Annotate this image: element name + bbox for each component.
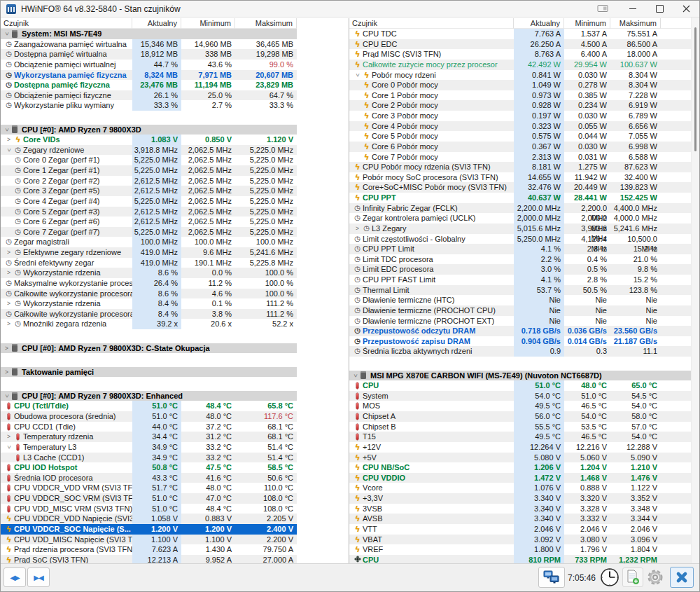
sensor-row[interactable]: ϟCore 7 Pobór mocy2.313 W0.031 W6.588 W: [349, 152, 692, 163]
close-sensors-button[interactable]: [670, 567, 694, 588]
sensor-row[interactable]: CPU IOD Hotspot50.8 °C47.5 °C58.5 °C: [1, 462, 297, 473]
sensor-row[interactable]: ϟPrąd MISC (SVI3 TFN)8.763 A6.400 A18.00…: [349, 49, 692, 60]
column-header-sensor[interactable]: Czujnik: [349, 18, 514, 29]
sensor-row[interactable]: ◷Obciążenie pamięci fizyczne26.1 %25.0 %…: [1, 90, 297, 101]
sensor-row[interactable]: ◷Zegar kontrolera pamięci (UCLK)2,000.0 …: [349, 213, 692, 223]
sensor-row[interactable]: ◷Całkowite wykorzystanie procesora8.4 %3…: [1, 309, 297, 319]
chevron-right-icon[interactable]: >: [4, 432, 13, 442]
sensor-row[interactable]: ◷Dławienie termiczne (PROCHOT CPU)NieNie…: [349, 305, 692, 316]
sensor-row[interactable]: ϟPrąd rdzenia procesora (SVI3 TFN)7.623 …: [1, 544, 297, 555]
sensor-row[interactable]: >◷Efektywne zegary rdzeniowe419.0 MHz9.6…: [1, 247, 297, 258]
sensor-row[interactable]: >◷Mnożniki zegara rdzenia39.2 x20.6 x52.…: [1, 319, 297, 329]
sensor-row[interactable]: ◷Dostępna pamięć fizyczna23,476 MB11,194…: [1, 80, 297, 90]
analog-clock-icon[interactable]: [600, 567, 620, 587]
sensor-row[interactable]: >ϟCore VIDs1.083 V0.850 V1.120 V: [1, 135, 297, 145]
sensor-row[interactable]: ◷Limit TDC procesora2.2 %0.4 %21.0 %: [349, 254, 692, 265]
sensor-row[interactable]: System54.0 °C51.0 °C54.5 °C: [349, 391, 692, 401]
sensor-row[interactable]: >◷Wykorzystanie rdzenia8.6 %0.0 %100.0 %: [1, 268, 297, 278]
chevron-right-icon[interactable]: >: [353, 223, 362, 234]
sensor-row[interactable]: ◷CPU PPT FAST Limit4.1 %2.8 %15.2 %: [349, 275, 692, 285]
collapse-columns-button[interactable]: ▶◀: [27, 567, 50, 587]
chevron-right-icon[interactable]: >: [4, 319, 13, 329]
sensor-row[interactable]: ◷Limit EDC procesora3.0 %0.5 %9.8 %: [349, 264, 692, 275]
column-header-current[interactable]: Aktualny: [514, 18, 564, 29]
sensor-row[interactable]: ◷Przepustowość odczytu DRAM0.718 GB/s0.0…: [349, 326, 692, 336]
sensor-row[interactable]: ◷Core 0 Zegar (perf #1)5,225.0 MHz2,062.…: [1, 155, 297, 165]
chevron-down-icon[interactable]: >: [1, 392, 12, 401]
sensor-row[interactable]: ϟ+5V5.080 V5.060 V5.090 V: [349, 453, 692, 463]
sensor-row[interactable]: ϟCPU VDDCR_SOC Napięcie (S...1.200 V1.20…: [1, 524, 297, 535]
section-header[interactable]: >System: MSI MS-7E49: [1, 29, 297, 39]
sensor-row[interactable]: ϟPobór mocy SoC procesora (SVI3 TFN)14.6…: [349, 172, 692, 183]
column-header-max[interactable]: Maksimum: [235, 18, 297, 29]
sensor-row[interactable]: ϟCPU NB/SoC1.206 V1.204 V1.210 V: [349, 462, 692, 473]
sensor-row[interactable]: ϟCPU EDC26.250 A4.500 A86.500 A: [349, 39, 692, 50]
sensor-row[interactable]: CPU51.0 °C48.0 °C65.0 °C: [349, 380, 692, 391]
sensor-row[interactable]: ϟCPU Pobór mocy rdzenia (SVI3 TFN)8.181 …: [349, 162, 692, 172]
window-layout-icon[interactable]: [593, 1, 612, 16]
remote-monitoring-button[interactable]: [538, 567, 565, 588]
sensor-row[interactable]: ϟCPU VDD_MISC Napięcie (SVI3 T...1.100 V…: [1, 535, 297, 545]
sensor-row[interactable]: ◷Zaangażowana pamięć wirtualna15,346 MB1…: [1, 39, 297, 50]
sensor-row[interactable]: ϟ+3,3V3.340 V3.320 V3.352 V: [349, 493, 692, 504]
sensor-row[interactable]: >Temperatury L334.9 °C33.2 °C51.4 °C: [1, 442, 297, 453]
sensor-row[interactable]: CPU (Tctl/Tdie)51.0 °C48.4 °C65.8 °C: [1, 401, 297, 411]
chevron-right-icon[interactable]: >: [4, 135, 13, 145]
sensor-row[interactable]: ◷CPU PPT Limit4.1 %2.8 %15.2 %: [349, 244, 692, 254]
sensor-row[interactable]: ◷Wykorzystana pamięć fizyczna8,324 MB7,9…: [1, 70, 297, 81]
chevron-down-icon[interactable]: >: [4, 443, 14, 452]
chevron-down-icon[interactable]: >: [1, 29, 12, 39]
sensor-row[interactable]: ϟCPU TDC7.763 A1.537 A75.551 A: [349, 29, 692, 39]
column-header-min[interactable]: Minimum: [181, 18, 235, 29]
chevron-right-icon[interactable]: >: [2, 343, 11, 354]
sensor-row[interactable]: ϟ+12V12.264 V12.216 V12.288 V: [349, 442, 692, 453]
sensor-row[interactable]: ◷Infinity Fabric Zegar (FCLK)2,200.0 MHz…: [349, 203, 692, 214]
sensor-row[interactable]: ◷Dostępna pamięć wirtualna18,912 MB338 M…: [1, 49, 297, 60]
sensor-row[interactable]: >Temperatury rdzenia34.4 °C31.2 °C68.1 °…: [1, 432, 297, 442]
chevron-right-icon[interactable]: >: [4, 268, 13, 278]
sensor-row[interactable]: ϟCore 4 Pobór mocy0.323 W0.055 W6.656 W: [349, 121, 692, 132]
sensor-row[interactable]: >◷Wykorzystanie rdzenia8.4 %0.1 %111.2 %: [1, 298, 297, 309]
section-header[interactable]: >CPU [#0]: AMD Ryzen 7 9800X3D: [1, 125, 297, 135]
sensor-row[interactable]: ◷Zegar magistrali100.0 MHz100.0 MHz100.0…: [1, 237, 297, 247]
start-logging-button[interactable]: [622, 567, 643, 587]
chevron-right-icon[interactable]: >: [4, 247, 13, 258]
sensor-row[interactable]: ◷Core 5 Zegar (perf #3)2,612.5 MHz2,062.…: [1, 207, 297, 217]
chevron-right-icon[interactable]: >: [4, 298, 13, 309]
chevron-down-icon[interactable]: >: [350, 371, 360, 380]
sensor-row[interactable]: ϟVBAT3.092 V3.080 V3.096 V: [349, 535, 692, 545]
settings-gear-icon[interactable]: [646, 568, 664, 586]
sensor-row[interactable]: ϟCore 6 Pobór mocy0.367 W0.030 W6.998 W: [349, 142, 692, 152]
section-header[interactable]: >CPU [#0]: AMD Ryzen 7 9800X3D: Enhanced: [1, 391, 297, 401]
column-header-min[interactable]: Minimum: [564, 18, 610, 29]
sensor-row[interactable]: ◷Średni efektywny zegar419.0 MHz190.1 MH…: [1, 258, 297, 268]
sensor-row[interactable]: ◷Core 4 Zegar (perf #4)5,225.0 MHz2,062.…: [1, 196, 297, 207]
sensor-row[interactable]: ϟCPU PPT40.637 W28.441 W152.425 W: [349, 193, 692, 203]
sensor-row[interactable]: ϟVcore1.076 V0.888 V1.122 V: [349, 483, 692, 493]
sensor-row[interactable]: ◷Całkowite wykorzystanie procesora8.6 %4…: [1, 289, 297, 299]
sensor-row[interactable]: ϟCore 1 Pobór mocy0.973 W0.385 W7.228 W: [349, 90, 692, 101]
sensor-row[interactable]: ◷Core 2 Zegar (perf #2)2,612.5 MHz2,062.…: [1, 176, 297, 186]
sensor-row[interactable]: ϟVTT2.046 V2.046 V2.046 V: [349, 524, 692, 535]
sensor-row[interactable]: CPU VDDCR_VDD VRM (SVI3 TFN)51.7 °C48.0 …: [1, 483, 297, 493]
sensor-row[interactable]: ◷Core 1 Zegar (perf #1)5,225.0 MHz2,062.…: [1, 165, 297, 176]
sensor-row[interactable]: ϟ3VSB3.340 V3.328 V3.348 V: [349, 504, 692, 514]
sensor-row[interactable]: ϟCore 2 Pobór mocy0.928 W0.234 W6.919 W: [349, 100, 692, 111]
sensor-row[interactable]: ◷Dławienie termiczne (HTC)NieNieNie: [349, 295, 692, 305]
scrollbar-thumb[interactable]: [694, 27, 696, 151]
section-header[interactable]: >CPU [#0]: AMD Ryzen 7 9800X3D: C-State …: [1, 343, 297, 354]
sensor-row[interactable]: ϟCore+SoC+MISC Pobór mocy (SVI3 TFN)32.4…: [349, 182, 692, 193]
column-header-sensor[interactable]: Czujnik: [1, 18, 132, 29]
sensor-row[interactable]: ◷Średnia liczba aktywnych rdzeni0.90.311…: [349, 346, 692, 357]
maximize-button[interactable]: [646, 1, 673, 16]
sensor-row[interactable]: ◷Thermal Limit53.7 %50.5 %123.8 %: [349, 285, 692, 296]
sensor-row[interactable]: >◷Zegary rdzeniowe3,918.8 MHz2,062.5 MHz…: [1, 145, 297, 156]
sensor-row[interactable]: ϟCore 3 Pobór mocy0.197 W0.030 W6.789 W: [349, 111, 692, 121]
sensor-row[interactable]: ◷Limit częstotliwości - Globalny5,250.0 …: [349, 234, 692, 245]
section-header[interactable]: >MSI MPG X870E CARBON WIFI (MS-7E49) (Nu…: [349, 371, 692, 381]
expand-columns-button[interactable]: ◀▶: [4, 567, 26, 587]
sensor-row[interactable]: ϟCałkowite zużycie mocy przez procesor42…: [349, 60, 692, 70]
sensor-row[interactable]: CPU VDDCR_SOC VRM (SVI3 TFN)51.0 °C47.0 …: [1, 493, 297, 504]
sensor-row[interactable]: Obudowa procesora (średnia)51.0 °C48.0 °…: [1, 411, 297, 422]
scrollbar[interactable]: [691, 17, 699, 564]
